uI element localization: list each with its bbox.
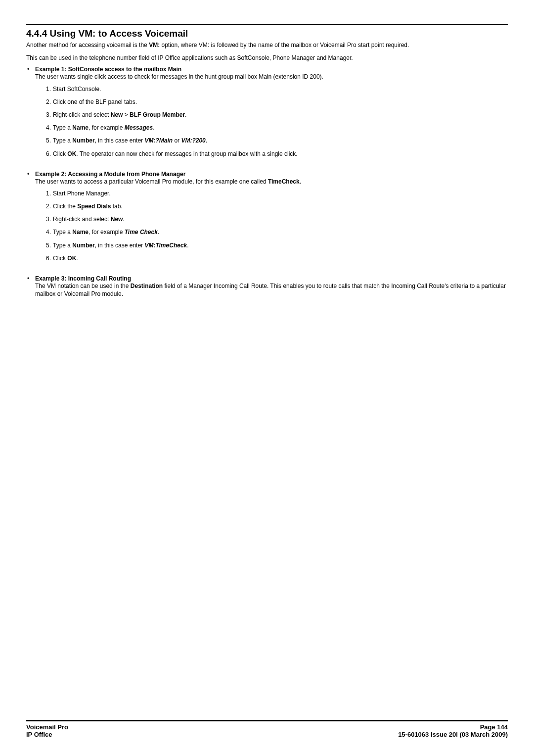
text-bold: OK	[67, 255, 76, 262]
example-desc: The user wants single click access to ch…	[35, 73, 508, 81]
text-bold: BLF Group Member	[130, 111, 185, 118]
text: .	[158, 229, 159, 236]
text: Click the	[53, 203, 77, 210]
text-bold: Destination	[131, 283, 163, 289]
text-bold: Speed Dials	[77, 203, 111, 210]
text: .	[300, 178, 301, 185]
examples-list: Example 1: SoftConsole access to the mai…	[26, 66, 508, 298]
step: Start Phone Manager.	[46, 189, 508, 197]
text-bold-italic: Messages	[125, 124, 153, 131]
text: .	[187, 242, 188, 249]
step: Click one of the BLF panel tabs.	[46, 98, 508, 106]
text-bold-italic: VM:?Main	[144, 137, 173, 144]
text-bold-italic: VM:?200	[181, 137, 205, 144]
steps-list: Start SoftConsole. Click one of the BLF …	[35, 85, 508, 158]
example-2: Example 2: Accessing a Module from Phone…	[26, 171, 508, 262]
footer-page: Page 144	[398, 723, 508, 731]
text: .	[153, 124, 154, 131]
step: Type a Number, in this case enter VM:Tim…	[46, 241, 508, 249]
text: Click	[53, 255, 67, 262]
text: Click	[53, 150, 67, 157]
text-bold: New	[111, 111, 123, 118]
text-bold: VM:	[149, 42, 160, 48]
step: Click OK.	[46, 254, 508, 262]
step: Type a Name, for example Messages.	[46, 124, 508, 132]
text: .	[185, 111, 186, 118]
text: Type a	[53, 137, 72, 144]
text: , in this case enter	[95, 137, 145, 144]
text: , in this case enter	[95, 242, 145, 249]
example-desc: The user wants to access a particular Vo…	[35, 178, 508, 186]
text-bold: Number	[72, 242, 94, 249]
text: Right-click and select	[53, 111, 111, 118]
steps-list: Start Phone Manager. Click the Speed Dia…	[35, 189, 508, 262]
text: .	[123, 216, 124, 223]
text: .	[76, 255, 78, 262]
intro-paragraph-1: Another method for accessing voicemail i…	[26, 41, 508, 49]
step: Right-click and select New > BLF Group M…	[46, 111, 508, 119]
step: Right-click and select New.	[46, 215, 508, 223]
example-3: Example 3: Incoming Call Routing The VM …	[26, 275, 508, 298]
text: or	[173, 137, 181, 144]
footer-right: Page 144 15-601063 Issue 20l (03 March 2…	[398, 723, 508, 738]
text-bold: OK	[67, 150, 76, 157]
step: Click the Speed Dials tab.	[46, 202, 508, 210]
example-title: Example 3: Incoming Call Routing	[35, 275, 508, 282]
footer-issue: 15-601063 Issue 20l (03 March 2009)	[398, 731, 508, 738]
text: , for example	[89, 124, 125, 131]
text-bold: TimeCheck	[268, 178, 300, 185]
text-bold: Name	[72, 229, 89, 236]
section-heading: 4.4.4 Using VM: to Access Voicemail	[26, 28, 508, 39]
text: tab.	[111, 203, 122, 210]
text-bold: Name	[72, 124, 89, 131]
text: Type a	[53, 124, 72, 131]
text-bold: Number	[72, 137, 94, 144]
footer-product2: IP Office	[26, 731, 68, 738]
text: The VM notation can be used in the	[35, 283, 131, 289]
example-1: Example 1: SoftConsole access to the mai…	[26, 66, 508, 157]
step: Click OK. The operator can now check for…	[46, 150, 508, 158]
text: Right-click and select	[53, 216, 111, 223]
page-footer: Voicemail Pro IP Office Page 144 15-6010…	[26, 720, 508, 738]
page-content: 4.4.4 Using VM: to Access Voicemail Anot…	[26, 24, 508, 298]
text: option, where VM: is followed by the nam…	[160, 42, 409, 48]
step: Type a Number, in this case enter VM:?Ma…	[46, 137, 508, 144]
text: The user wants to access a particular Vo…	[35, 178, 268, 185]
text: Type a	[53, 242, 72, 249]
text-bold: New	[111, 216, 123, 223]
text: >	[123, 111, 130, 118]
text-bold-italic: VM:TimeCheck	[144, 242, 187, 249]
example-title: Example 2: Accessing a Module from Phone…	[35, 171, 508, 178]
text: Type a	[53, 229, 72, 236]
example-desc: The VM notation can be used in the Desti…	[35, 282, 508, 298]
text-bold-italic: Time Check	[125, 229, 158, 236]
footer-left: Voicemail Pro IP Office	[26, 723, 68, 738]
intro-paragraph-2: This can be used in the telephone number…	[26, 54, 508, 62]
text: Another method for accessing voicemail i…	[26, 42, 149, 48]
step: Start SoftConsole.	[46, 85, 508, 93]
text: . The operator can now check for message…	[76, 150, 297, 157]
example-title: Example 1: SoftConsole access to the mai…	[35, 66, 508, 73]
text: .	[206, 137, 207, 144]
footer-product: Voicemail Pro	[26, 723, 68, 731]
step: Type a Name, for example Time Check.	[46, 228, 508, 236]
text: , for example	[89, 229, 125, 236]
